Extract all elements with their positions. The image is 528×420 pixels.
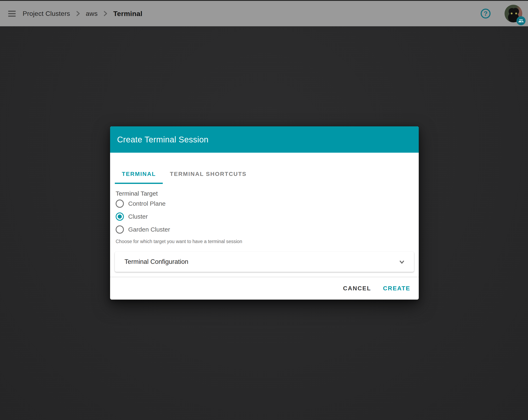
- radio-label: Garden Cluster: [128, 226, 170, 233]
- dialog-header: Create Terminal Session: [110, 126, 419, 153]
- active-tab-indicator: [115, 183, 163, 184]
- question-mark-icon: ?: [484, 11, 488, 17]
- app-bar: Project Clusters aws Terminal ?: [0, 1, 528, 26]
- create-terminal-session-dialog: Create Terminal Session TERMINAL TERMINA…: [110, 126, 419, 300]
- chevron-right-icon: [74, 10, 82, 17]
- create-button[interactable]: CREATE: [379, 281, 414, 296]
- breadcrumb-item-aws[interactable]: aws: [86, 10, 98, 17]
- radio-label: Cluster: [128, 213, 148, 220]
- people-icon: [518, 18, 524, 23]
- radio-icon-unchecked: [116, 226, 124, 234]
- terminal-configuration-label: Terminal Configuration: [124, 258, 188, 265]
- dialog-title: Create Terminal Session: [117, 135, 208, 144]
- cat-eye: [515, 12, 517, 14]
- radio-option-control-plane[interactable]: Control Plane: [115, 197, 414, 210]
- dialog-content: Terminal Target Control Plane Cluster Ga…: [110, 190, 419, 300]
- cat-eye: [511, 12, 513, 14]
- chevron-down-icon: [398, 258, 406, 266]
- app-bar-right: ?: [481, 5, 522, 23]
- radio-option-cluster[interactable]: Cluster: [115, 210, 414, 223]
- hamburger-icon: [8, 11, 16, 12]
- terminal-target-hint: Choose for which target you want to have…: [115, 239, 414, 244]
- cancel-button[interactable]: CANCEL: [339, 281, 375, 296]
- radio-option-garden-cluster[interactable]: Garden Cluster: [115, 223, 414, 236]
- chevron-right-icon: [102, 10, 109, 17]
- tab-terminal-shortcuts-label: TERMINAL SHORTCUTS: [170, 171, 247, 177]
- tab-terminal-label: TERMINAL: [122, 171, 156, 177]
- breadcrumb-item-terminal: Terminal: [113, 10, 142, 18]
- terminal-configuration-panel[interactable]: Terminal Configuration: [115, 252, 414, 272]
- terminal-target-label: Terminal Target: [115, 190, 414, 197]
- breadcrumb-item-project-clusters[interactable]: Project Clusters: [23, 10, 70, 17]
- tab-bar: TERMINAL TERMINAL SHORTCUTS: [115, 164, 414, 184]
- tab-terminal[interactable]: TERMINAL: [115, 164, 163, 184]
- tab-terminal-shortcuts[interactable]: TERMINAL SHORTCUTS: [163, 164, 253, 184]
- menu-button[interactable]: [8, 10, 16, 18]
- radio-icon-unchecked: [116, 200, 124, 208]
- radio-icon-checked: [116, 213, 124, 221]
- radio-label: Control Plane: [128, 200, 166, 207]
- screen: Project Clusters aws Terminal ?: [0, 0, 528, 420]
- dialog-actions: CANCEL CREATE: [115, 277, 414, 300]
- breadcrumb: Project Clusters aws Terminal: [23, 10, 142, 18]
- account-avatar-button[interactable]: [504, 5, 522, 23]
- account-badge: [516, 16, 526, 25]
- help-button[interactable]: ?: [481, 9, 491, 19]
